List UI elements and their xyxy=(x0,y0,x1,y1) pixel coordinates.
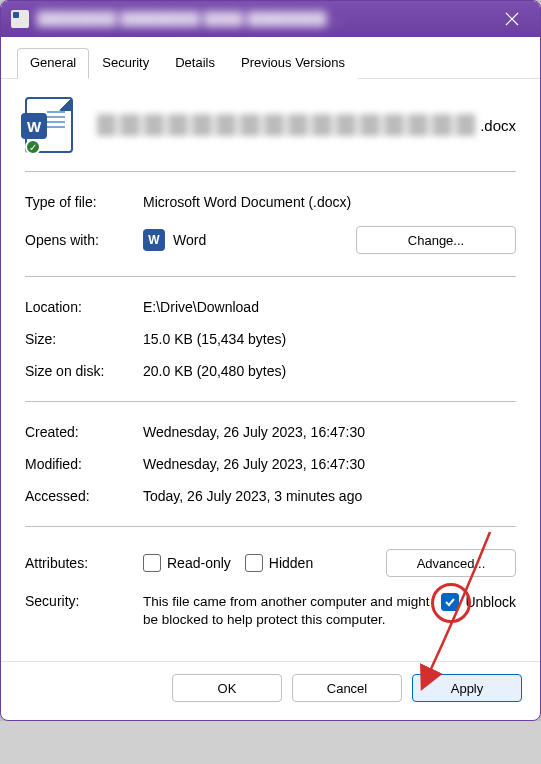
unblock-checkbox[interactable]: Unblock xyxy=(441,593,516,611)
modified-value: Wednesday, 26 July 2023, 16:47:30 xyxy=(143,456,516,472)
titlebar: ████████ ████████ ████ ████████ ... xyxy=(1,1,540,37)
window-title: ████████ ████████ ████ ████████ ... xyxy=(37,11,492,27)
file-type-icon: W ✓ xyxy=(25,97,73,153)
readonly-checkbox[interactable]: Read-only xyxy=(143,554,231,572)
location-label: Location: xyxy=(25,299,143,315)
size-on-disk-value: 20.0 KB (20,480 bytes) xyxy=(143,363,516,379)
type-of-file-label: Type of file: xyxy=(25,194,143,210)
close-icon xyxy=(505,12,519,26)
hidden-label: Hidden xyxy=(269,555,313,571)
tab-previous-versions[interactable]: Previous Versions xyxy=(228,48,358,79)
change-button[interactable]: Change... xyxy=(356,226,516,254)
created-value: Wednesday, 26 July 2023, 16:47:30 xyxy=(143,424,516,440)
readonly-label: Read-only xyxy=(167,555,231,571)
location-value: E:\Drive\Download xyxy=(143,299,516,315)
size-on-disk-label: Size on disk: xyxy=(25,363,143,379)
opens-with-label: Opens with: xyxy=(25,232,143,248)
created-label: Created: xyxy=(25,424,143,440)
close-button[interactable] xyxy=(492,5,532,33)
accessed-value: Today, 26 July 2023, 3 minutes ago xyxy=(143,488,516,504)
security-label: Security: xyxy=(25,593,143,609)
type-of-file-value: Microsoft Word Document (.docx) xyxy=(143,194,516,210)
filename-field[interactable]: .docx xyxy=(97,114,516,136)
opens-with-value: Word xyxy=(173,232,206,248)
apply-button[interactable]: Apply xyxy=(412,674,522,702)
accessed-label: Accessed: xyxy=(25,488,143,504)
word-app-icon: W xyxy=(143,229,165,251)
cancel-button[interactable]: Cancel xyxy=(292,674,402,702)
advanced-button[interactable]: Advanced... xyxy=(386,549,516,577)
tab-strip: General Security Details Previous Versio… xyxy=(1,37,540,79)
general-panel: W ✓ .docx Type of file: Microsoft Word D… xyxy=(1,79,540,661)
modified-label: Modified: xyxy=(25,456,143,472)
file-extension: .docx xyxy=(480,117,516,134)
size-value: 15.0 KB (15,434 bytes) xyxy=(143,331,516,347)
checkmark-icon xyxy=(444,596,456,608)
properties-dialog: ████████ ████████ ████ ████████ ... Gene… xyxy=(0,0,541,721)
unblock-label: Unblock xyxy=(465,594,516,610)
tab-security[interactable]: Security xyxy=(89,48,162,79)
tab-details[interactable]: Details xyxy=(162,48,228,79)
attributes-label: Attributes: xyxy=(25,555,143,571)
ok-button[interactable]: OK xyxy=(172,674,282,702)
size-label: Size: xyxy=(25,331,143,347)
hidden-checkbox[interactable]: Hidden xyxy=(245,554,313,572)
dialog-footer: OK Cancel Apply xyxy=(1,661,540,720)
security-message: This file came from another computer and… xyxy=(143,593,441,629)
tab-general[interactable]: General xyxy=(17,48,89,79)
word-document-icon xyxy=(11,10,29,28)
